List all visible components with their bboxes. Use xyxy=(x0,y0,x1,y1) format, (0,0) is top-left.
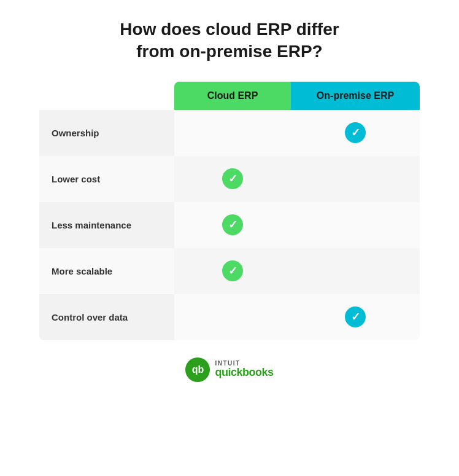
check-cyan-icon: ✓ xyxy=(345,122,366,143)
header-cloud-col: Cloud ERP xyxy=(174,82,291,110)
row-cloud-cell: ✓ xyxy=(174,156,291,202)
quickbooks-logo: qb INTUIT quickbooks xyxy=(185,357,273,382)
check-green-icon: ✓ xyxy=(222,168,243,189)
table-row: Less maintenance✓ xyxy=(39,202,420,248)
row-onprem-cell: ✓ xyxy=(291,110,420,156)
check-cyan-icon: ✓ xyxy=(345,306,366,327)
row-label: More scalable xyxy=(39,248,174,294)
footer: qb INTUIT quickbooks xyxy=(185,357,273,382)
check-green-icon: ✓ xyxy=(222,260,243,281)
header-onprem-col: On-premise ERP xyxy=(291,82,420,110)
row-label: Less maintenance xyxy=(39,202,174,248)
page-title: How does cloud ERP differ from on-premis… xyxy=(120,18,339,63)
qb-quickbooks-label: quickbooks xyxy=(215,367,273,379)
row-cloud-cell xyxy=(174,110,291,156)
row-label: Lower cost xyxy=(39,156,174,202)
row-cloud-cell: ✓ xyxy=(174,248,291,294)
row-label: Control over data xyxy=(39,294,174,340)
table-row: More scalable✓ xyxy=(39,248,420,294)
table-row: Ownership✓ xyxy=(39,110,420,156)
comparison-table: Cloud ERP On-premise ERP Ownership✓Lower… xyxy=(39,82,420,340)
row-onprem-cell xyxy=(291,248,420,294)
check-green-icon: ✓ xyxy=(222,214,243,235)
qb-logo-icon: qb xyxy=(185,357,210,382)
row-onprem-cell xyxy=(291,156,420,202)
row-cloud-cell: ✓ xyxy=(174,202,291,248)
table-header-row: Cloud ERP On-premise ERP xyxy=(39,82,420,110)
row-cloud-cell xyxy=(174,294,291,340)
row-onprem-cell xyxy=(291,202,420,248)
row-onprem-cell: ✓ xyxy=(291,294,420,340)
qb-logo-text: INTUIT quickbooks xyxy=(215,360,273,379)
table-row: Lower cost✓ xyxy=(39,156,420,202)
header-label-col xyxy=(39,82,174,110)
table-row: Control over data✓ xyxy=(39,294,420,340)
row-label: Ownership xyxy=(39,110,174,156)
